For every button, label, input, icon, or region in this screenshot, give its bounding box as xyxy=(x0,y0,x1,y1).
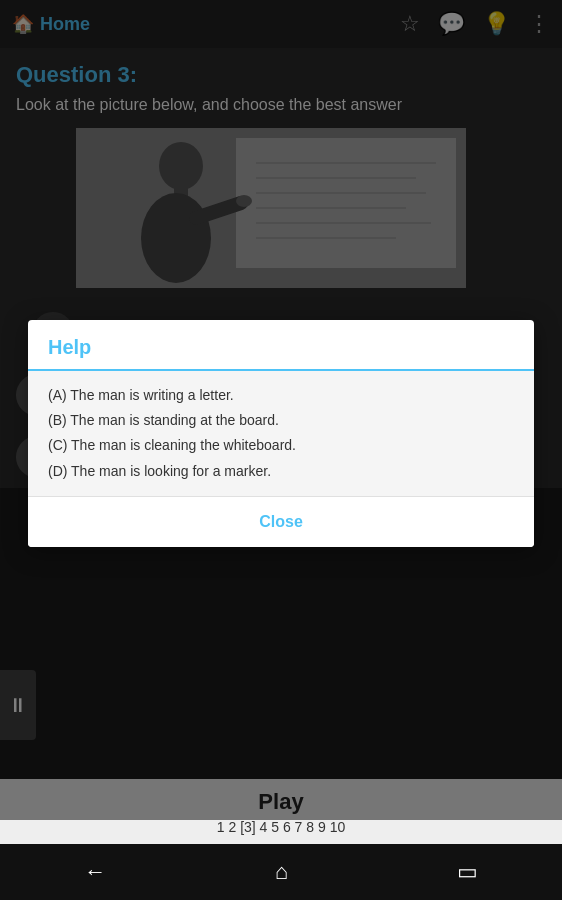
dialog-option-b: (B) The man is standing at the board. xyxy=(48,408,514,433)
dialog-option-a: (A) The man is writing a letter. xyxy=(48,383,514,408)
close-button[interactable]: Close xyxy=(239,509,323,535)
dialog-footer: Close xyxy=(28,496,534,547)
dialog-option-d: (D) The man is looking for a marker. xyxy=(48,459,514,484)
recent-button[interactable]: ▭ xyxy=(437,851,498,893)
back-button[interactable]: ← xyxy=(64,851,126,893)
help-dialog: Help (A) The man is writing a letter. (B… xyxy=(28,320,534,547)
dialog-body: (A) The man is writing a letter. (B) The… xyxy=(28,371,534,496)
dialog-title: Help xyxy=(28,320,534,371)
android-nav: ← ⌂ ▭ xyxy=(0,844,562,900)
dialog-option-c: (C) The man is cleaning the whiteboard. xyxy=(48,433,514,458)
home-button[interactable]: ⌂ xyxy=(255,851,308,893)
page-numbers: 1 2 [3] 4 5 6 7 8 9 10 xyxy=(217,819,345,835)
